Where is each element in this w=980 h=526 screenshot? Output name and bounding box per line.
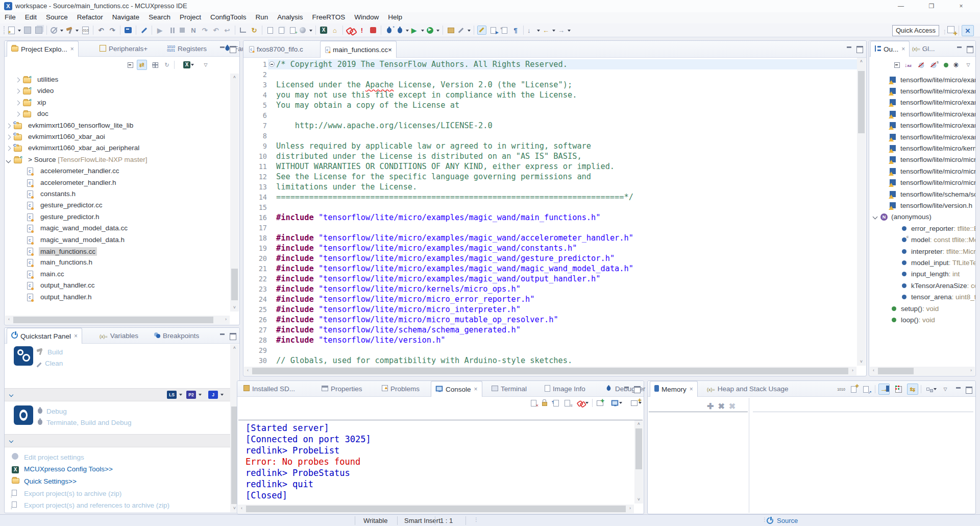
collapse-all-icon[interactable] xyxy=(892,60,902,70)
save-icon[interactable] xyxy=(22,25,33,35)
config-dropdown-icon[interactable]: X xyxy=(178,60,195,70)
outline-include[interactable]: tensorflow/lite/micro/examples/magic_wan… xyxy=(890,97,975,108)
outline-member[interactable]: interpreter : tflite::MicroInterpreter xyxy=(902,246,975,257)
collapse-arrow-icon[interactable] xyxy=(6,158,11,163)
menu-file[interactable]: File xyxy=(0,12,20,22)
quick-access-box[interactable]: Quick Access xyxy=(892,25,939,36)
quickstart-terminate-build-debug[interactable]: Terminate, Build and Debug xyxy=(36,417,132,427)
pencil-2-icon[interactable] xyxy=(457,25,471,35)
outline-include[interactable]: tensorflow/lite/micro/micro_mutable_op_r… xyxy=(890,177,975,188)
tab-problems[interactable]: ▲Problems xyxy=(378,381,424,397)
tree-item-main.cc[interactable]: main.cc xyxy=(5,269,230,280)
tree-item-magic-wand-model-data.h[interactable]: magic_wand_model_data.h xyxy=(5,235,230,246)
run-icon[interactable]: ▶ xyxy=(410,25,425,35)
show-console-output-icon[interactable]: ≡ xyxy=(562,398,572,408)
next-annotation-icon[interactable]: ▶ xyxy=(488,25,498,35)
expand-arrow-icon[interactable] xyxy=(15,78,20,83)
show-whitespace-icon[interactable]: ¶ xyxy=(510,25,521,35)
outline-hscrollbar[interactable]: ‹› xyxy=(870,367,975,375)
outline-function[interactable]: setup() : void xyxy=(892,303,939,314)
expand-arrow-icon[interactable] xyxy=(6,123,11,128)
tab-registers[interactable]: 10100101Registers xyxy=(163,41,211,57)
package-icon[interactable] xyxy=(446,25,456,35)
maximize-view-icon[interactable] xyxy=(229,332,236,339)
terminate-icon[interactable] xyxy=(177,25,187,35)
step-over-icon[interactable]: ↷ xyxy=(200,25,210,35)
expand-arrow-icon[interactable] xyxy=(15,100,20,105)
tab-image-info[interactable]: Image Info xyxy=(541,381,590,397)
misc-mcuxpresso-config-tools-[interactable]: XMCUXpresso Config Tools>> xyxy=(12,464,113,474)
editor-tab-main-functions-cc[interactable]: main_functions.cc× xyxy=(320,41,397,58)
minimize-view-icon[interactable] xyxy=(623,386,630,392)
tab-terminal[interactable]: Terminal xyxy=(487,381,531,397)
view-menu-icon[interactable]: ▽ xyxy=(201,60,211,70)
console-hscrollbar[interactable]: ‹› xyxy=(238,505,634,513)
tab-console[interactable]: Console× xyxy=(431,381,482,397)
view-menu-icon[interactable]: ▽ xyxy=(963,60,973,70)
build-gears-icon[interactable] xyxy=(14,346,33,366)
outline-member[interactable]: tensor_arena : uint8_t xyxy=(902,292,975,303)
close-tab-icon[interactable]: × xyxy=(901,45,905,53)
scroll-lock-icon[interactable] xyxy=(540,398,550,408)
sort-icon[interactable]: ↓az xyxy=(903,60,913,70)
refresh-gold-icon[interactable]: ↻ xyxy=(249,25,259,35)
section-collapse-icon[interactable] xyxy=(9,439,13,443)
tree-item-main-functions.cc[interactable]: main_functions.cc xyxy=(5,246,230,257)
tree-item-main-functions.h[interactable]: main_functions.h xyxy=(5,257,230,269)
tab-peripherals-[interactable]: Peripherals+ xyxy=(95,41,152,57)
outline-include[interactable]: tensorflow/lite/schema/schema_generated.… xyxy=(890,188,975,200)
status-source[interactable]: Source xyxy=(777,517,798,524)
quickstart-debug[interactable]: Debug xyxy=(36,406,67,416)
outline-include[interactable]: tensorflow/lite/micro/examples/magic_wan… xyxy=(890,131,975,142)
outline-include[interactable]: tensorflow/lite/micro/examples/magic_wan… xyxy=(890,108,975,119)
outline-function[interactable]: loop() : void xyxy=(892,314,935,325)
resume-icon[interactable]: ▶ xyxy=(155,25,165,35)
menu-window[interactable]: Window xyxy=(350,12,383,22)
remove-monitor-icon[interactable]: ✖ xyxy=(718,401,724,411)
memory-table-icon[interactable] xyxy=(893,384,904,395)
debug-your-project-header[interactable] xyxy=(5,388,230,401)
menu-project[interactable]: Project xyxy=(175,12,206,22)
undo-icon[interactable]: ↶ xyxy=(96,25,106,35)
fold-collapse-icon[interactable] xyxy=(269,61,275,67)
quickstart-build[interactable]: Build xyxy=(36,347,63,357)
drop-frame-icon[interactable]: ↩ xyxy=(222,25,232,35)
tree-item-evkmimxrt1060-xbar-aoi-peripheral[interactable]: evkmimxrt1060_xbar_aoi_peripheral xyxy=(5,143,230,154)
explorer-hscrollbar[interactable]: ‹› xyxy=(5,316,230,324)
prev-annotation-icon[interactable]: ≡ xyxy=(499,25,509,35)
error-mark-icon[interactable]: ! xyxy=(357,25,367,35)
outline-include[interactable]: tensorflow/lite/micro/examples/magic_wan… xyxy=(890,85,975,97)
debug-bug-icon[interactable] xyxy=(14,405,33,425)
minimize-window-button[interactable]: — xyxy=(893,1,909,11)
new-wizard-icon[interactable]: ✦ xyxy=(7,25,21,35)
tree-item-evkmimxrt1060-tensorflow-lite-lib[interactable]: evkmimxrt1060_tensorflow_lite_lib xyxy=(5,121,230,132)
suspend-icon[interactable] xyxy=(166,25,176,35)
step-return-icon[interactable]: ↶ xyxy=(211,25,221,35)
view-layout-icon[interactable] xyxy=(150,60,160,70)
tab-variables[interactable]: (x)=Variables xyxy=(95,328,142,344)
probe-j-link-icon[interactable]: J xyxy=(208,391,218,399)
expand-arrow-icon[interactable] xyxy=(15,112,20,117)
tab-installed-sd-[interactable]: Installed SD... xyxy=(239,381,299,397)
quick-run-icon[interactable]: ▶ xyxy=(426,25,440,35)
menu-navigate[interactable]: Navigate xyxy=(108,12,144,22)
maximize-view-icon[interactable] xyxy=(229,45,236,52)
new-memory-view-icon[interactable]: ✚ xyxy=(848,384,859,395)
close-tab-icon[interactable]: × xyxy=(690,386,693,393)
tab-quickstart-panel[interactable]: Quickstart Panel× xyxy=(7,328,82,344)
display-console-icon[interactable] xyxy=(607,398,622,408)
misc-export-project-s-and-references-to-archive-zip-[interactable]: ↓Export project(s) and references to arc… xyxy=(12,500,169,511)
copy-3-icon[interactable]: + xyxy=(287,25,298,35)
tree-item-xip[interactable]: xip xyxy=(5,98,230,109)
copy-1-icon[interactable] xyxy=(265,25,275,35)
maximize-view-icon[interactable] xyxy=(856,45,863,52)
back-icon[interactable]: ← xyxy=(542,25,556,35)
editor-tab-fxos8700-fifo-c[interactable]: fxos8700_fifo.c xyxy=(244,41,307,58)
outline-include[interactable]: tensorflow/lite/micro/examples/magic_wan… xyxy=(890,74,975,85)
export-memory-icon[interactable]: ↗ xyxy=(860,384,871,395)
miscellaneous-header[interactable] xyxy=(5,434,230,447)
tree-item-gesture-predictor.cc[interactable]: gesture_predictor.cc xyxy=(5,200,230,211)
menu-configtools[interactable]: ConfigTools xyxy=(206,12,251,22)
tree-item-magic-wand-model-data.cc[interactable]: magic_wand_model_data.cc xyxy=(5,223,230,234)
link-console-icon[interactable] xyxy=(573,398,589,408)
